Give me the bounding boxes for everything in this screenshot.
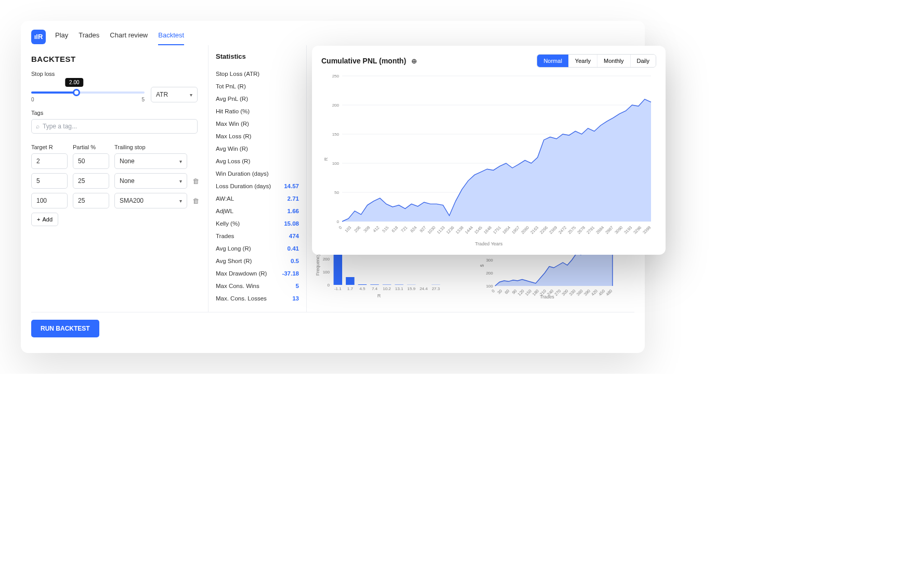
svg-text:927: 927 <box>419 225 427 233</box>
trailing-value: None <box>120 158 135 165</box>
stop-loss-unit-select[interactable]: ATR ▾ <box>151 87 198 102</box>
tab-play[interactable]: Play <box>55 28 68 45</box>
svg-text:721: 721 <box>400 225 409 233</box>
trailing-select[interactable]: None▾ <box>114 153 187 169</box>
stat-row: Max Cons. Wins5 <box>216 280 299 292</box>
svg-text:618: 618 <box>391 225 399 233</box>
svg-text:2163: 2163 <box>529 225 539 235</box>
svg-text:2472: 2472 <box>557 225 567 235</box>
tags-label: Tags <box>31 110 198 116</box>
seg-monthly[interactable]: Monthly <box>597 55 630 67</box>
svg-text:515: 515 <box>382 225 390 233</box>
target-r-input[interactable] <box>31 173 68 189</box>
svg-text:300: 300 <box>486 258 493 263</box>
target-row: None▾ <box>31 153 198 169</box>
run-backtest-button[interactable]: RUN BACKTEST <box>31 320 99 337</box>
svg-text:150: 150 <box>524 289 532 297</box>
svg-text:15.9: 15.9 <box>407 286 415 291</box>
delete-row-icon[interactable]: 🗑 <box>192 197 205 205</box>
stat-row: Stop Loss (ATR) <box>216 68 299 80</box>
svg-text:1751: 1751 <box>492 225 502 235</box>
stat-row: Avg Win (R) <box>216 142 299 155</box>
stat-key: Avg Loss (R) <box>216 158 250 164</box>
slider-min: 0 <box>31 97 34 102</box>
stat-value: 1.66 <box>288 208 299 214</box>
svg-text:1133: 1133 <box>436 225 446 235</box>
stat-row: Win Duration (days) <box>216 167 299 180</box>
target-row: SMA200▾ 🗑 <box>31 193 198 208</box>
slider-thumb[interactable] <box>73 89 80 96</box>
stat-key: Kelly (%) <box>216 220 240 227</box>
svg-text:103: 103 <box>344 225 353 233</box>
stat-value: 15.08 <box>284 220 299 227</box>
svg-text:3399: 3399 <box>642 225 652 235</box>
svg-text:2987: 2987 <box>604 225 614 235</box>
statistics-title: Statistics <box>216 53 299 60</box>
backtest-panel: BACKTEST Stop loss 2.00 0 5 ATR ▾ <box>21 45 208 312</box>
seg-yearly[interactable]: Yearly <box>568 55 597 67</box>
seg-normal[interactable]: Normal <box>537 55 568 67</box>
stat-row: Tot PnL (R) <box>216 80 299 93</box>
stat-row: Hit Ratio (%) <box>216 105 299 117</box>
svg-text:100: 100 <box>486 284 493 289</box>
partial-input[interactable] <box>73 153 109 169</box>
stat-key: Max Loss (R) <box>216 133 251 139</box>
stat-row: AdjWL1.66 <box>216 205 299 217</box>
stat-value: 14.57 <box>284 183 299 189</box>
svg-text:2060: 2060 <box>520 225 530 235</box>
chevron-down-icon: ▾ <box>179 178 182 184</box>
svg-rect-9 <box>358 284 367 285</box>
trailing-select[interactable]: None▾ <box>114 173 187 189</box>
add-target-button[interactable]: + Add <box>31 213 58 226</box>
stat-row: Avg Short (R)0.5 <box>216 255 299 267</box>
tab-chart-review[interactable]: Chart review <box>110 28 148 45</box>
svg-text:10.2: 10.2 <box>383 286 391 291</box>
svg-text:-1.1: -1.1 <box>334 286 342 291</box>
svg-text:200: 200 <box>323 257 330 261</box>
stat-key: AW:AL <box>216 195 234 202</box>
stat-value: 2.71 <box>288 195 299 202</box>
top-nav: ılR Play Trades Chart review Backtest <box>21 21 645 45</box>
partial-input[interactable] <box>73 173 109 189</box>
zoom-icon[interactable]: ⊕ <box>411 57 417 65</box>
svg-text:1957: 1957 <box>511 225 520 235</box>
svg-text:50: 50 <box>334 190 339 195</box>
svg-text:7.4: 7.4 <box>372 286 378 291</box>
stat-key: Max Cons. Wins <box>216 283 259 289</box>
svg-text:0: 0 <box>337 219 340 224</box>
seg-daily[interactable]: Daily <box>630 55 656 67</box>
trailing-select[interactable]: SMA200▾ <box>114 193 187 208</box>
svg-text:100: 100 <box>332 161 340 166</box>
svg-text:60: 60 <box>504 289 511 295</box>
svg-text:1854: 1854 <box>501 225 511 235</box>
svg-text:2369: 2369 <box>548 225 558 235</box>
svg-text:27.3: 27.3 <box>432 286 440 291</box>
tab-trades[interactable]: Trades <box>79 28 99 45</box>
tags-input[interactable]: ⌕ Type a tag... <box>31 119 198 134</box>
trailing-header: Trailing stop <box>114 144 187 150</box>
plus-icon: + <box>37 216 40 222</box>
svg-text:200: 200 <box>486 271 493 276</box>
stat-row: AW:AL2.71 <box>216 192 299 205</box>
target-r-input[interactable] <box>31 193 68 208</box>
app-logo: ılR <box>31 30 46 44</box>
svg-text:250: 250 <box>332 74 340 78</box>
stat-value: 0.5 <box>291 258 299 264</box>
svg-text:Traded Years: Traded Years <box>475 241 503 246</box>
target-row: None▾ 🗑 <box>31 173 198 189</box>
target-r-header: Target R <box>31 144 68 150</box>
partial-input[interactable] <box>73 193 109 208</box>
target-r-input[interactable] <box>31 153 68 169</box>
svg-text:412: 412 <box>372 225 381 233</box>
stop-loss-unit-value: ATR <box>156 91 168 98</box>
svg-text:1.7: 1.7 <box>347 286 354 291</box>
stat-value: 0.41 <box>288 245 299 252</box>
slider-max: 5 <box>141 97 145 102</box>
delete-row-icon[interactable]: 🗑 <box>192 177 205 185</box>
add-label: Add <box>42 216 53 222</box>
svg-text:200: 200 <box>332 103 340 108</box>
stop-loss-slider[interactable]: 2.00 0 5 <box>31 80 145 102</box>
tab-backtest[interactable]: Backtest <box>158 28 184 45</box>
svg-text:360: 360 <box>576 289 584 297</box>
stat-value: -37.18 <box>282 270 299 277</box>
